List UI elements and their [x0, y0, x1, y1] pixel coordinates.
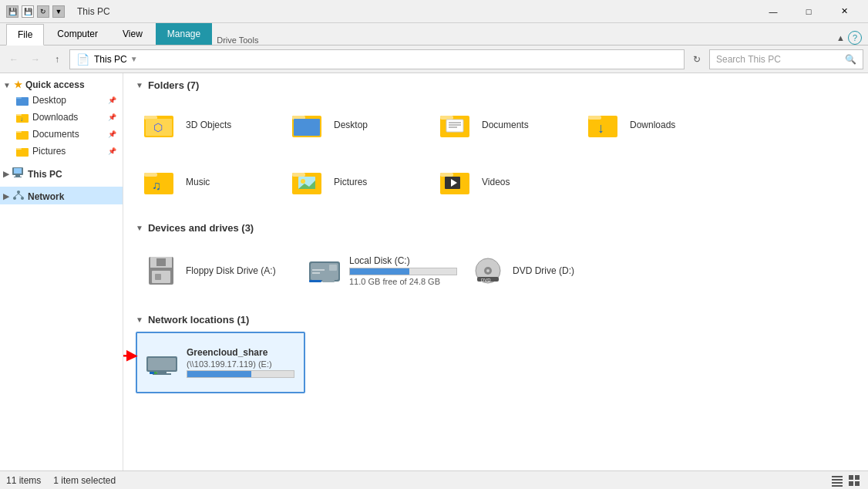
network-section-label: Network locations (1): [148, 314, 249, 325]
folder-downloads[interactable]: ↓ Downloads: [580, 97, 726, 153]
devices-section-header[interactable]: ▼ Devices and drives (3): [136, 222, 856, 234]
sidebar-downloads-label: Downloads: [32, 112, 78, 123]
ribbon-collapse-icon[interactable]: ▲: [836, 33, 845, 42]
sidebar-pictures-label: Pictures: [32, 146, 66, 157]
svg-rect-76: [855, 475, 860, 480]
pictures-icon: [291, 164, 328, 201]
folder-desktop[interactable]: Desktop: [284, 97, 430, 153]
svg-rect-54: [312, 269, 325, 271]
down-arrow-icon[interactable]: ▼: [52, 5, 65, 18]
localdisk-bar-bg: [349, 268, 457, 275]
svg-rect-8: [16, 148, 22, 150]
back-button[interactable]: ←: [5, 50, 23, 69]
sidebar-item-pictures[interactable]: Pictures 📌: [0, 143, 123, 160]
svg-rect-38: [292, 173, 305, 177]
svg-rect-32: [588, 116, 601, 120]
svg-rect-67: [157, 370, 167, 373]
selected-count: 1 item selected: [53, 475, 116, 486]
tab-drivetools[interactable]: Drive Tools: [217, 35, 258, 45]
svg-line-16: [15, 194, 19, 197]
svg-point-14: [13, 197, 16, 200]
sidebar-documents-label: Documents: [32, 129, 79, 140]
refresh-button[interactable]: ↻: [688, 50, 706, 69]
svg-line-17: [19, 194, 22, 197]
tab-file[interactable]: File: [6, 24, 44, 46]
star-icon: ★: [14, 79, 22, 90]
help-icon[interactable]: ?: [848, 31, 862, 45]
tab-view[interactable]: View: [111, 23, 154, 45]
dvd-info: DVD Drive (D:): [513, 265, 574, 276]
sidebar-item-desktop[interactable]: Desktop 📌: [0, 92, 123, 109]
close-button[interactable]: ✕: [826, 0, 862, 23]
downloads-icon: ↓: [587, 106, 624, 143]
folders-chevron: ▼: [136, 81, 143, 89]
network-section-header[interactable]: ▼ Network locations (1): [136, 314, 856, 325]
documents-icon: [439, 106, 476, 143]
drive-c[interactable]: Local Disk (C:) 11.0 GB free of 24.8 GB: [299, 240, 461, 302]
ribbon-right-controls: ▲ ?: [836, 31, 862, 45]
svg-rect-70: [150, 372, 154, 374]
desktop-label: Desktop: [334, 120, 368, 130]
folders-label: Folders (7): [148, 79, 199, 91]
search-icon: 🔍: [845, 54, 856, 65]
tab-manage[interactable]: Manage: [156, 23, 212, 45]
documents-label: Documents: [482, 120, 529, 130]
undo-icon[interactable]: ↻: [37, 5, 49, 18]
main-layout: ▼ ★ Quick access Desktop 📌 ↓ Downloads 📌…: [0, 73, 868, 470]
dvd-label: DVD Drive (D:): [513, 265, 574, 276]
svg-rect-78: [855, 481, 860, 486]
tab-computer[interactable]: Computer: [45, 23, 109, 45]
svg-line-64: [123, 347, 136, 364]
search-box[interactable]: Search This PC 🔍: [709, 49, 863, 69]
address-box[interactable]: 📄 This PC ▼: [69, 49, 685, 69]
folder-pictures[interactable]: Pictures: [284, 154, 430, 210]
svg-point-40: [301, 179, 305, 184]
network-share-icon: [143, 344, 180, 381]
devices-chevron: ▼: [136, 224, 143, 232]
folders-section-header[interactable]: ▼ Folders (7): [136, 79, 856, 91]
svg-rect-50: [155, 274, 161, 280]
items-count: 11 items: [6, 475, 41, 486]
up-button[interactable]: ↑: [48, 50, 66, 69]
details-view-button[interactable]: [829, 473, 845, 488]
addressbar: ← → ↑ 📄 This PC ▼ ↻ Search This PC 🔍: [0, 46, 868, 73]
window-controls: ― □ ✕: [755, 0, 862, 23]
network-share-item[interactable]: Greencloud_share (\\103.199.17.119) (E:): [136, 332, 305, 393]
pictures-label: Pictures: [334, 177, 367, 187]
network-section[interactable]: ▶ Network: [0, 187, 123, 204]
sidebar-item-documents[interactable]: Documents 📌: [0, 126, 123, 143]
window-title: This PC: [77, 6, 110, 17]
svg-rect-77: [849, 481, 853, 486]
folder-3dobjects[interactable]: ⬡ 3D Objects: [136, 97, 282, 153]
quick-access-section[interactable]: ▼ ★ Quick access: [0, 76, 123, 92]
svg-rect-6: [16, 131, 22, 133]
folder-music[interactable]: ♫ Music: [136, 154, 282, 210]
quick-access-chevron: ▼: [3, 81, 11, 89]
svg-rect-26: [440, 116, 453, 120]
svg-rect-72: [832, 479, 843, 481]
svg-rect-27: [446, 120, 463, 132]
thispc-icon: [12, 167, 25, 180]
this-pc-section[interactable]: ▶ This PC: [0, 164, 123, 182]
folder-videos[interactable]: Videos: [432, 154, 578, 210]
3dobjects-label: 3D Objects: [186, 120, 231, 130]
maximize-button[interactable]: □: [791, 0, 826, 23]
minimize-button[interactable]: ―: [755, 0, 791, 23]
this-pc-chevron: ▶: [3, 170, 9, 178]
network-share-info: Greencloud_share (\\103.199.17.119) (E:): [187, 347, 294, 378]
forward-button[interactable]: →: [26, 50, 45, 69]
desktop-icon: [291, 106, 328, 143]
drive-floppy[interactable]: Floppy Disk Drive (A:): [136, 240, 298, 302]
save-icon[interactable]: 💾: [22, 5, 34, 18]
svg-rect-73: [832, 482, 843, 484]
folder-documents[interactable]: Documents: [432, 97, 578, 153]
sidebar-item-downloads[interactable]: ↓ Downloads 📌: [0, 109, 123, 126]
svg-rect-10: [14, 168, 22, 174]
drive-dvd[interactable]: DVD DVD Drive (D:): [463, 240, 624, 302]
quick-access-label: Quick access: [25, 79, 85, 90]
this-pc-label: This PC: [28, 169, 62, 180]
large-icons-view-button[interactable]: [846, 473, 862, 488]
network-icon: [12, 190, 25, 203]
network-chevron: ▶: [3, 192, 9, 201]
view-controls: [829, 473, 862, 488]
